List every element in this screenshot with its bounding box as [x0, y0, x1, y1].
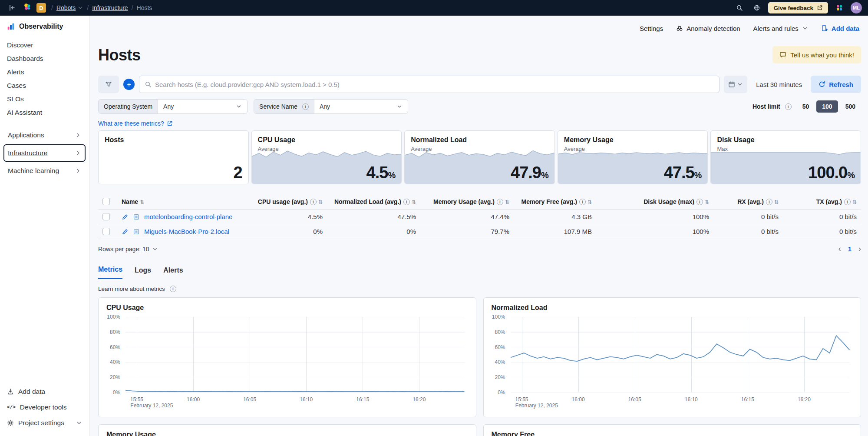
anomaly-detection-button[interactable]: Anomaly detection — [676, 25, 740, 32]
search-input[interactable] — [155, 81, 714, 88]
alerts-and-rules-button[interactable]: Alerts and rules — [753, 25, 808, 32]
sidebar-group-label: Applications — [8, 131, 44, 139]
settings-button[interactable]: Settings — [640, 25, 663, 32]
info-icon[interactable]: i — [497, 199, 503, 205]
header-help-button[interactable] — [751, 2, 763, 14]
tab-alerts[interactable]: Alerts — [163, 266, 183, 279]
edit-icon[interactable] — [122, 228, 129, 235]
sidebar-title-label: Observability — [19, 23, 63, 30]
kpi-memory-usage[interactable]: Memory Usage Average 47.5% — [558, 130, 708, 184]
search-field[interactable] — [139, 76, 719, 93]
column-header-rx[interactable]: RX (avg.)i⇅ — [713, 194, 783, 210]
column-header-normalized-load[interactable]: Normalized Load (avg.)i⇅ — [327, 194, 420, 210]
host-link[interactable]: Miguels-MacBook-Pro-2.local — [144, 228, 229, 235]
elastic-logo[interactable] — [23, 3, 31, 13]
sort-icon[interactable]: ⇅ — [412, 199, 416, 205]
kpi-disk-usage[interactable]: Disk Usage Max 100.0% — [710, 130, 861, 184]
header-search-button[interactable] — [733, 2, 746, 14]
host-limit-option-50[interactable]: 50 — [797, 100, 815, 113]
tell-us-button[interactable]: Tell us what you think! — [772, 46, 861, 63]
info-icon[interactable]: i — [696, 199, 703, 205]
tab-logs[interactable]: Logs — [135, 266, 151, 279]
kpi-value: 47.9% — [511, 163, 548, 182]
sidebar-item-applications[interactable]: Applications — [3, 126, 86, 144]
cell-load: 0% — [327, 224, 420, 239]
table-row[interactable]: motelonboarding-control-plane 4.5% 47.5%… — [98, 210, 861, 224]
sidebar-item-ai-assistant[interactable]: AI Assistant — [7, 107, 82, 119]
next-page-button[interactable]: › — [858, 244, 861, 253]
row-checkbox[interactable] — [102, 213, 110, 220]
add-data-button[interactable]: Add data — [821, 25, 859, 32]
service-name-filter-label: Service Name i — [254, 100, 314, 113]
breadcrumb-robots[interactable]: Robots — [56, 4, 83, 11]
date-picker-button[interactable] — [724, 76, 747, 93]
column-header-memory-free[interactable]: Memory Free (avg.)i⇅ — [514, 194, 596, 210]
column-header-cpu[interactable]: CPU usage (avg.)i⇅ — [244, 194, 327, 210]
column-header-memory-usage[interactable]: Memory Usage (avg.)i⇅ — [420, 194, 514, 210]
breadcrumb-infrastructure[interactable]: Infrastructure — [92, 4, 128, 11]
host-link[interactable]: motelonboarding-control-plane — [144, 213, 232, 220]
anomaly-detection-label: Anomaly detection — [686, 25, 740, 32]
chevron-down-icon — [76, 420, 82, 426]
app-switcher-button[interactable] — [833, 2, 845, 14]
host-limit-option-500[interactable]: 500 — [840, 100, 861, 113]
sidebar-item-slos[interactable]: SLOs — [7, 93, 82, 105]
row-checkbox[interactable] — [102, 228, 110, 235]
sort-icon[interactable]: ⇅ — [705, 199, 709, 205]
chevron-down-icon — [236, 103, 242, 110]
sidebar-item-alerts[interactable]: Alerts — [7, 66, 82, 78]
sidebar-item-add-data[interactable]: Add data — [7, 384, 82, 399]
host-limit-option-100[interactable]: 100 — [816, 100, 838, 113]
info-icon[interactable]: i — [844, 199, 851, 205]
user-avatar[interactable]: ML — [851, 2, 862, 13]
what-are-these-metrics-link[interactable]: What are these metrics? — [98, 120, 861, 127]
sidebar-item-developer-tools[interactable]: </> Developer tools — [7, 399, 82, 415]
collapse-nav-button[interactable] — [6, 2, 18, 14]
sidebar-item-dashboards[interactable]: Dashboards — [7, 53, 82, 65]
service-name-select[interactable]: Any — [314, 100, 408, 113]
add-filter-button[interactable]: + — [123, 79, 135, 90]
operating-system-select[interactable]: Any — [158, 100, 247, 113]
info-icon[interactable]: i — [403, 199, 410, 205]
sidebar-item-infrastructure[interactable]: Infrastructure — [3, 144, 86, 162]
kpi-normalized-load[interactable]: Normalized Load Average 47.9% — [404, 130, 555, 184]
sidebar-item-cases[interactable]: Cases — [7, 80, 82, 92]
x-tick-label: 16:15 — [741, 396, 754, 403]
kpi-value: 100.0% — [808, 163, 855, 182]
time-range-label[interactable]: Last 30 minutes — [752, 81, 806, 88]
edit-icon[interactable] — [122, 213, 129, 220]
host-limit-control: Host limit i 50 100 500 — [752, 100, 861, 113]
table-row[interactable]: Miguels-MacBook-Pro-2.local 0% 0% 79.7% … — [98, 224, 861, 239]
kpi-hosts[interactable]: Hosts 2 — [98, 130, 249, 184]
kpi-cpu-usage[interactable]: CPU Usage Average 4.5% — [251, 130, 402, 184]
sidebar-item-project-settings[interactable]: Project settings — [7, 415, 82, 431]
info-icon[interactable]: i — [766, 199, 772, 205]
sort-icon[interactable]: ⇅ — [587, 199, 592, 205]
rows-per-page-select[interactable]: Rows per page: 10 — [98, 246, 158, 253]
info-icon[interactable]: i — [302, 103, 309, 110]
external-link-icon — [167, 120, 173, 126]
select-all-checkbox[interactable] — [102, 198, 110, 205]
give-feedback-button[interactable]: Give feedback — [768, 2, 828, 13]
sidebar-item-discover[interactable]: Discover — [7, 39, 82, 51]
sort-icon[interactable]: ⇅ — [318, 199, 323, 205]
refresh-button[interactable]: Refresh — [811, 76, 861, 93]
sidebar-item-machine-learning[interactable]: Machine learning — [3, 162, 86, 180]
saved-query-menu-button[interactable] — [98, 76, 119, 93]
info-icon[interactable]: i — [785, 103, 792, 110]
sort-icon[interactable]: ⇅ — [140, 199, 144, 205]
previous-page-button[interactable]: ‹ — [838, 244, 841, 253]
sort-icon[interactable]: ⇅ — [774, 199, 779, 205]
info-icon[interactable]: i — [170, 286, 176, 292]
tab-metrics[interactable]: Metrics — [98, 266, 122, 279]
sort-icon[interactable]: ⇅ — [852, 199, 857, 205]
column-header-name[interactable]: Name⇅ — [117, 194, 244, 210]
tab-bar: Metrics Logs Alerts — [98, 266, 861, 280]
sort-icon[interactable]: ⇅ — [505, 199, 509, 205]
info-icon[interactable]: i — [579, 199, 586, 205]
column-header-tx[interactable]: TX (avg.)i⇅ — [783, 194, 861, 210]
info-icon[interactable]: i — [310, 199, 317, 205]
page-number[interactable]: 1 — [848, 245, 851, 253]
project-badge[interactable]: D — [36, 3, 46, 13]
column-header-disk-usage[interactable]: Disk Usage (max)i⇅ — [596, 194, 713, 210]
